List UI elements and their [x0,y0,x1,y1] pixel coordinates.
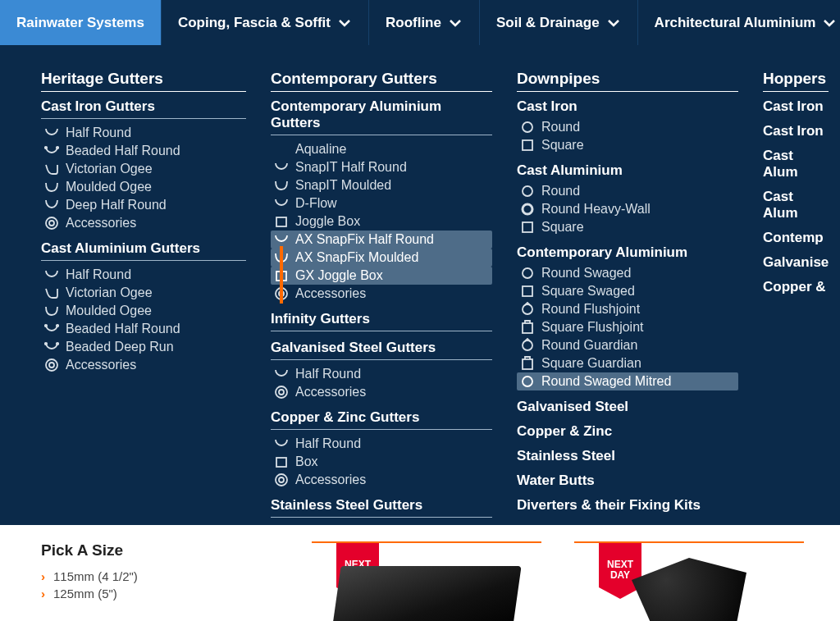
menu-item[interactable]: SnapIT Half Round [271,158,492,176]
menu-item[interactable]: Victorian Ogee [41,284,246,302]
group-heading[interactable]: Infinity Gutters [271,311,492,331]
menu-item[interactable]: Round [517,182,738,200]
group-heading[interactable]: Diverters & their Fixing Kits [517,497,738,514]
group-heading[interactable]: Cast Iron [763,123,829,139]
nav-item[interactable]: Architectural Aluminium [638,0,840,45]
menu-item[interactable]: Round Swaged Mitred [517,372,738,390]
product-image [632,558,746,621]
nav-item[interactable]: Soil & Drainage [480,0,638,45]
menu-item[interactable]: Round Flushjoint [517,300,738,318]
menu-item[interactable]: AX SnapFix Half Round [271,231,492,249]
menu-item-label: Half Round [295,436,489,451]
nav-item[interactable]: Roofline [369,0,480,45]
menu-item[interactable]: Joggle Box [271,212,492,231]
menu-item-label: SnapIT Moulded [295,178,489,193]
menu-item-label: Square [541,138,735,153]
menu-item[interactable]: Half Round [41,266,246,284]
menu-item-label: Square Flushjoint [541,320,735,335]
menu-item-label: Victorian Ogee [66,162,243,176]
square-notch-icon [520,356,535,371]
menu-item-label: Half Round [66,126,243,140]
group-heading[interactable]: Galvanised Steel [517,399,738,415]
pick-size-title: Pick A Size [41,541,271,559]
deep-half-icon [44,198,59,212]
box-icon [274,454,289,469]
pick-size-sidebar: Pick A Size 115mm (4 1/2")125mm (5") [41,541,271,621]
page-content-below: Pick A Size 115mm (4 1/2")125mm (5") NEX… [0,525,840,621]
menu-item[interactable]: Moulded Ogee [41,302,246,320]
group-heading[interactable]: Stainless Steel [517,448,738,464]
product-card[interactable]: NEXTDAY [312,541,541,621]
menu-item[interactable]: Half Round [271,435,492,453]
group-heading[interactable]: Cast Alum [763,148,829,180]
menu-item[interactable]: Round Guardian [517,336,738,354]
product-grid: NEXTDAY NEXTDAY [312,541,804,621]
menu-item-label: Square Guardian [541,356,735,371]
group-heading[interactable]: Stainless Steel Gutters [271,497,492,518]
menu-item[interactable]: Square [517,218,738,236]
menu-item-label: Square Swaged [541,284,735,299]
product-card[interactable]: NEXTDAY [574,541,804,621]
menu-item[interactable]: Square Guardian [517,354,738,372]
menu-item[interactable]: Victorian Ogee [41,160,246,178]
ogee-icon [44,162,59,176]
menu-item-label: AX SnapFix Moulded [295,250,489,265]
menu-item-label: Joggle Box [295,214,489,229]
beaded-icon [44,322,59,336]
menu-item[interactable]: Half Round [271,365,492,383]
menu-item[interactable]: Round Swaged [517,264,738,282]
group-heading[interactable]: Galvanise [763,254,829,271]
half-round-icon [44,267,59,282]
menu-item[interactable]: Box [271,453,492,471]
menu-item[interactable]: Square Swaged [517,282,738,300]
menu-item[interactable]: AX SnapFix Moulded [271,249,492,267]
group-heading[interactable]: Cast Alum [763,189,829,221]
group-heading[interactable]: Contemp [763,230,829,246]
group-heading[interactable]: Copper & [763,279,829,295]
menu-item-label: Half Round [295,367,489,381]
group-heading[interactable]: Water Butts [517,473,738,489]
acc-icon [44,358,59,372]
menu-item[interactable]: Square [517,136,738,154]
half-round-icon [274,436,289,451]
ogee-icon [44,285,59,300]
menu-item[interactable]: Half Round [41,124,246,142]
nav-item[interactable]: Rainwater Systems [0,0,162,45]
size-option[interactable]: 125mm (5") [41,585,271,602]
menu-item-label: D-Flow [295,196,489,211]
menu-item-label: Round Swaged Mitred [541,374,735,389]
menu-item-label: AX SnapFix Half Round [295,232,489,247]
menu-item[interactable]: Aqualine [271,140,492,158]
menu-item[interactable]: Accessories [41,356,246,374]
menu-item-label: Deep Half Round [66,198,243,212]
half-round-icon [44,126,59,140]
menu-item[interactable]: Moulded Ogee [41,178,246,196]
menu-item-label: Moulded Ogee [66,304,243,318]
group-heading[interactable]: Copper & Zinc [517,423,738,440]
menu-item[interactable]: Round Heavy-Wall [517,200,738,218]
menu-item[interactable]: Accessories [271,383,492,401]
circle-icon [520,266,535,281]
menu-item[interactable]: Beaded Deep Run [41,338,246,356]
menu-item[interactable]: Deep Half Round [41,196,246,214]
nav-item[interactable]: Coping, Fascia & Soffit [162,0,369,45]
menu-item[interactable]: Accessories [41,214,246,232]
menu-item[interactable]: Round [517,118,738,136]
group-heading: Cast Aluminium [517,162,738,179]
square-icon [520,220,535,235]
main-nav: Rainwater SystemsCoping, Fascia & Soffit… [0,0,840,45]
menu-item[interactable]: SnapIT Moulded [271,176,492,194]
menu-item-label: Round Flushjoint [541,302,735,317]
menu-item-label: GX Joggle Box [295,268,489,283]
menu-item[interactable]: D-Flow [271,194,492,212]
group-heading[interactable]: Cast Iron [763,98,829,115]
menu-item[interactable]: Beaded Half Round [41,142,246,160]
column-heading: Heritage Gutters [41,70,246,92]
menu-item-label: Accessories [295,473,489,487]
menu-item[interactable]: Square Flushjoint [517,318,738,336]
menu-item[interactable]: Beaded Half Round [41,320,246,338]
size-option[interactable]: 115mm (4 1/2") [41,568,271,585]
menu-item[interactable]: Accessories [271,471,492,489]
menu-item[interactable]: GX Joggle Box [271,267,492,285]
menu-item[interactable]: Accessories [271,285,492,303]
